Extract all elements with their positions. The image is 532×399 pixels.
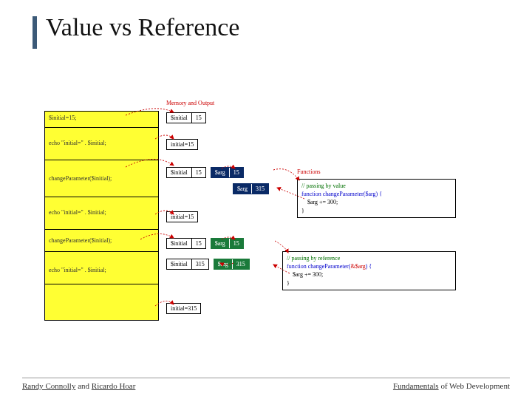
output-box: initial=315 bbox=[166, 303, 201, 314]
mem-row-6: $initial315 $arg315 bbox=[166, 259, 250, 270]
code-line bbox=[45, 284, 158, 320]
code-line: echo "initial=" . $initial; bbox=[45, 197, 158, 230]
mem-row-7: initial=315 bbox=[166, 303, 201, 314]
mem-row-3b: $arg315 bbox=[233, 183, 269, 194]
mem-row-4: initial=15 bbox=[166, 211, 198, 222]
functions-label: Functions bbox=[297, 168, 321, 175]
arg-box: $arg315 bbox=[233, 183, 269, 194]
mem-row-1: $initial15 bbox=[166, 112, 206, 123]
output-box: initial=15 bbox=[166, 139, 198, 150]
code-line: echo "initial=" . $initial; bbox=[45, 252, 158, 284]
code-line: $initial=15; bbox=[45, 112, 158, 128]
output-box: initial=15 bbox=[166, 211, 198, 222]
arg-box: $arg315 bbox=[214, 259, 250, 270]
memory-label: Memory and Output bbox=[166, 100, 214, 106]
code-column: $initial=15; echo "initial=" . $initial;… bbox=[44, 111, 159, 321]
code-line: echo "initial=" . $initial; bbox=[45, 128, 158, 160]
slide: Value vs Reference $initial=15; echo "in… bbox=[0, 0, 532, 399]
title-accent-bar bbox=[33, 16, 37, 49]
function-box-value: // passing by value function changeParam… bbox=[297, 179, 456, 218]
footer: Randy Connolly and Ricardo Hoar Fundamen… bbox=[22, 378, 510, 390]
code-line: changeParameter($initial); bbox=[45, 160, 158, 197]
var-box: $initial315 bbox=[166, 259, 209, 270]
mem-row-2: initial=15 bbox=[166, 139, 198, 150]
var-box: $initial15 bbox=[166, 238, 206, 249]
slide-title: Value vs Reference bbox=[46, 13, 239, 41]
arg-box: $arg15 bbox=[211, 167, 244, 178]
var-box: $initial15 bbox=[166, 167, 206, 178]
arg-box: $arg15 bbox=[211, 238, 244, 249]
footer-left: Randy Connolly and Ricardo Hoar bbox=[22, 381, 135, 390]
mem-row-5: $initial15 $arg15 bbox=[166, 238, 244, 249]
mem-row-3: $initial15 $arg15 bbox=[166, 167, 244, 178]
title-row: Value vs Reference bbox=[0, 0, 532, 49]
function-box-reference: // passing by reference function changeP… bbox=[282, 251, 456, 290]
var-box: $initial15 bbox=[166, 112, 206, 123]
code-line: changeParameter($initial); bbox=[45, 230, 158, 252]
footer-right: Fundamentals of Web Development bbox=[393, 381, 510, 390]
